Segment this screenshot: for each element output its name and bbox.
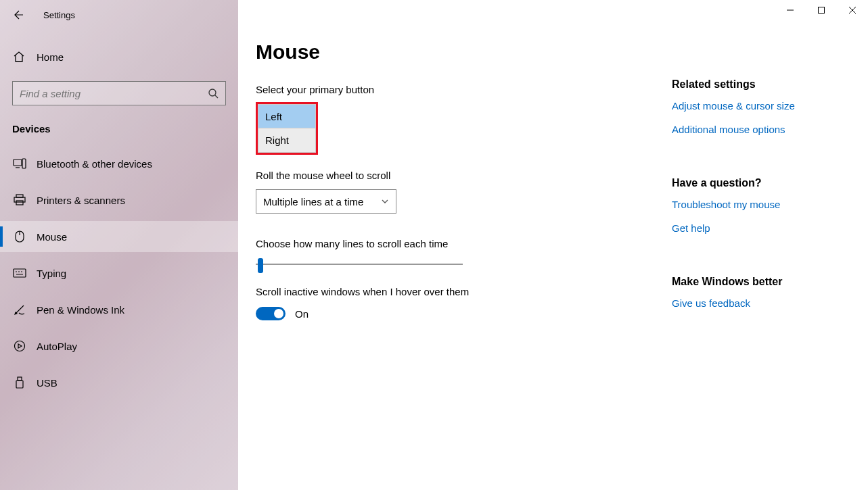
lines-scroll-slider[interactable] bbox=[256, 256, 463, 272]
option-right[interactable]: Right bbox=[258, 128, 316, 153]
header-row: Settings bbox=[0, 0, 238, 30]
keyboard-icon bbox=[12, 266, 27, 280]
close-button[interactable] bbox=[837, 0, 868, 20]
slider-thumb[interactable] bbox=[258, 258, 263, 273]
link-feedback[interactable]: Give us feedback bbox=[672, 297, 868, 309]
sidebar-item-pen[interactable]: Pen & Windows Ink bbox=[0, 294, 238, 325]
sidebar-item-usb[interactable]: USB bbox=[0, 367, 238, 398]
usb-icon bbox=[12, 375, 27, 390]
home-label: Home bbox=[37, 51, 64, 63]
primary-button-label: Select your primary button bbox=[256, 84, 672, 95]
sidebar-item-label: Mouse bbox=[37, 231, 67, 243]
svg-rect-2 bbox=[14, 160, 22, 166]
slider-track bbox=[256, 264, 463, 265]
toggle-state-label: On bbox=[295, 308, 309, 320]
hover-scroll-toggle[interactable] bbox=[256, 307, 285, 320]
chevron-down-icon bbox=[381, 197, 389, 205]
svg-rect-3 bbox=[22, 159, 26, 168]
svg-rect-19 bbox=[819, 7, 825, 14]
link-adjust-mouse[interactable]: Adjust mouse & cursor size bbox=[672, 100, 868, 112]
autoplay-icon bbox=[12, 339, 27, 353]
link-troubleshoot[interactable]: Troubleshoot my mouse bbox=[672, 199, 868, 210]
devices-icon bbox=[12, 156, 27, 171]
svg-point-15 bbox=[15, 341, 25, 351]
better-heading: Make Windows better bbox=[672, 276, 868, 288]
page-title: Mouse bbox=[256, 41, 672, 64]
sidebar-item-label: AutoPlay bbox=[37, 341, 77, 352]
sidebar-item-label: Printers & scanners bbox=[37, 195, 125, 206]
link-get-help[interactable]: Get help bbox=[672, 222, 868, 234]
section-devices: Devices bbox=[0, 105, 238, 148]
svg-rect-17 bbox=[16, 381, 23, 388]
sidebar-item-label: Bluetooth & other devices bbox=[37, 158, 152, 170]
sidebar-item-typing[interactable]: Typing bbox=[0, 258, 238, 289]
mouse-icon bbox=[12, 229, 27, 244]
svg-point-0 bbox=[209, 89, 216, 96]
home-icon bbox=[12, 50, 26, 64]
back-icon[interactable] bbox=[12, 9, 23, 20]
svg-rect-5 bbox=[16, 195, 23, 197]
sidebar-item-label: USB bbox=[37, 377, 58, 389]
main: Mouse Select your primary button Left Ri… bbox=[238, 0, 868, 490]
app-title: Settings bbox=[43, 10, 75, 20]
search-icon bbox=[208, 88, 219, 99]
sidebar-item-bluetooth[interactable]: Bluetooth & other devices bbox=[0, 148, 238, 179]
svg-rect-10 bbox=[14, 269, 26, 277]
sidebar-item-label: Typing bbox=[37, 268, 66, 279]
search-input[interactable] bbox=[20, 88, 208, 99]
link-additional-options[interactable]: Additional mouse options bbox=[672, 124, 868, 135]
search-wrap bbox=[0, 72, 238, 105]
sidebar: Settings Home Devices Bluetooth & other … bbox=[0, 0, 238, 490]
sidebar-item-printers[interactable]: Printers & scanners bbox=[0, 185, 238, 216]
svg-rect-7 bbox=[16, 201, 23, 205]
related-settings-heading: Related settings bbox=[672, 78, 868, 91]
question-heading: Have a question? bbox=[672, 177, 868, 189]
search-box[interactable] bbox=[12, 81, 226, 105]
sidebar-item-home[interactable]: Home bbox=[0, 42, 238, 72]
hover-scroll-label: Scroll inactive windows when I hover ove… bbox=[256, 286, 672, 297]
pen-icon bbox=[12, 302, 27, 317]
sidebar-item-autoplay[interactable]: AutoPlay bbox=[0, 330, 238, 362]
roll-wheel-label: Roll the mouse wheel to scroll bbox=[256, 170, 672, 181]
option-left[interactable]: Left bbox=[258, 104, 316, 128]
sidebar-item-mouse[interactable]: Mouse bbox=[0, 221, 238, 252]
toggle-knob bbox=[274, 309, 283, 318]
svg-line-1 bbox=[215, 95, 218, 98]
titlebar-controls bbox=[775, 0, 868, 20]
wheel-scroll-value: Multiple lines at a time bbox=[263, 196, 363, 207]
minimize-button[interactable] bbox=[775, 0, 806, 20]
wheel-scroll-dropdown[interactable]: Multiple lines at a time bbox=[256, 189, 396, 214]
sidebar-item-label: Pen & Windows Ink bbox=[37, 304, 124, 316]
printer-icon bbox=[12, 193, 27, 207]
right-column: Related settings Adjust mouse & cursor s… bbox=[672, 5, 868, 490]
lines-scroll-label: Choose how many lines to scroll each tim… bbox=[256, 238, 672, 249]
maximize-button[interactable] bbox=[806, 0, 837, 20]
svg-rect-16 bbox=[18, 377, 22, 381]
primary-button-options: Left Right bbox=[256, 102, 318, 155]
